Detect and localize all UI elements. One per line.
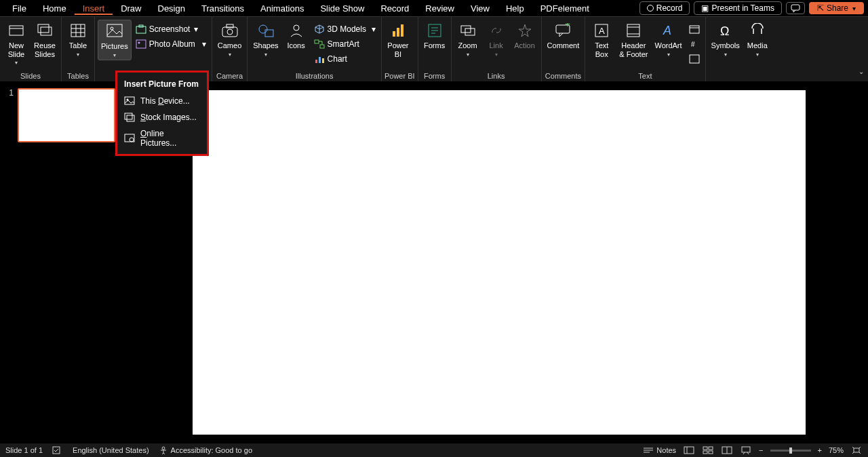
smartart-button[interactable]: SmartArt: [311, 37, 378, 51]
chevron-down-icon[interactable]: ▾: [202, 39, 206, 49]
3d-models-button[interactable]: 3D Models ▾: [311, 22, 378, 36]
online-pictures-label: Online Pictures...: [140, 129, 200, 148]
chevron-down-icon[interactable]: ▾: [194, 24, 198, 34]
wordart-button[interactable]: A WordArt ▾: [652, 20, 684, 59]
symbols-button[interactable]: Ω Symbols ▾: [709, 20, 743, 59]
chevron-down-icon[interactable]: ▾: [113, 52, 116, 58]
svg-rect-29: [401, 24, 403, 37]
svg-rect-52: [127, 115, 134, 121]
symbols-label: Symbols: [711, 41, 740, 50]
menu-review[interactable]: Review: [417, 2, 462, 15]
zoom-level[interactable]: 75%: [829, 446, 844, 454]
group-comments-label: Comments: [545, 71, 583, 81]
thumbnail-pane[interactable]: 1: [0, 81, 130, 443]
comments-toggle[interactable]: [786, 2, 805, 14]
svg-rect-26: [322, 58, 324, 63]
menu-slideshow[interactable]: Slide Show: [312, 2, 372, 15]
menu-file[interactable]: File: [4, 2, 35, 15]
object-icon: [689, 54, 700, 64]
normal-view-button[interactable]: [683, 445, 695, 455]
chevron-down-icon[interactable]: ▾: [264, 52, 267, 58]
zoom-in-button[interactable]: +: [818, 446, 822, 454]
comment-button[interactable]: + Comment: [545, 20, 583, 52]
chart-label: Chart: [328, 54, 347, 64]
sorter-view-button[interactable]: [702, 445, 714, 455]
chevron-down-icon[interactable]: ▾: [15, 60, 18, 66]
zoom-slider-thumb[interactable]: [789, 448, 792, 454]
group-powerbi: Power BI Power BI: [382, 17, 418, 81]
menu-record[interactable]: Record: [372, 2, 417, 15]
date-time-button[interactable]: [686, 22, 703, 36]
header-footer-button[interactable]: Header & Footer: [616, 20, 650, 60]
record-button[interactable]: Record: [639, 1, 690, 15]
powerbi-button[interactable]: Power BI: [384, 20, 412, 60]
slide-thumbnail-1[interactable]: [18, 88, 115, 142]
this-device-label: This Device...: [140, 96, 190, 106]
shapes-icon: [256, 21, 275, 40]
textbox-button[interactable]: A Text Box: [588, 20, 615, 60]
online-pictures-item[interactable]: Online Pictures...: [117, 125, 207, 151]
pictures-button[interactable]: Pictures ▾: [98, 20, 132, 60]
chart-button[interactable]: Chart: [311, 52, 378, 66]
menu-help[interactable]: Help: [498, 2, 532, 15]
notes-button[interactable]: Notes: [643, 446, 676, 454]
slide-canvas[interactable]: [193, 90, 806, 435]
screenshot-button[interactable]: Screenshot ▾: [133, 22, 209, 36]
chevron-down-icon[interactable]: ▾: [229, 52, 231, 58]
group-comments: + Comment Comments: [542, 17, 586, 81]
svg-rect-16: [222, 27, 237, 37]
share-button[interactable]: ⇱ Share ▾: [809, 2, 864, 14]
chevron-down-icon[interactable]: ▾: [372, 24, 376, 34]
media-button[interactable]: Media ▾: [744, 20, 771, 59]
menu-home[interactable]: Home: [35, 2, 75, 15]
menu-pdfelement[interactable]: PDFelement: [532, 2, 597, 15]
thumbnail-row[interactable]: 1: [5, 88, 125, 142]
menu-transitions[interactable]: Transitions: [193, 2, 252, 15]
ribbon-collapse-button[interactable]: ⌄: [859, 68, 864, 75]
menu-view[interactable]: View: [462, 2, 498, 15]
screenshot-icon: [136, 24, 146, 35]
icons-button[interactable]: Icons: [283, 20, 310, 52]
this-device-item[interactable]: This Device...: [117, 93, 207, 109]
fit-window-button[interactable]: [850, 445, 863, 455]
spellcheck-icon[interactable]: [52, 446, 63, 454]
slide-counter[interactable]: Slide 1 of 1: [5, 446, 43, 454]
svg-point-17: [227, 29, 233, 35]
forms-button[interactable]: Forms: [421, 20, 448, 52]
zoom-out-button[interactable]: −: [759, 446, 763, 454]
menu-animations[interactable]: Animations: [252, 2, 312, 15]
chevron-down-icon[interactable]: ▾: [756, 52, 759, 58]
slide-number-button[interactable]: #: [686, 37, 703, 51]
zoom-button[interactable]: Zoom ▾: [454, 20, 481, 59]
chevron-down-icon[interactable]: ▾: [77, 52, 79, 58]
menu-insert[interactable]: Insert: [75, 2, 113, 15]
svg-rect-71: [854, 448, 859, 452]
language-status[interactable]: English (United States): [73, 446, 149, 454]
forms-icon: [425, 21, 444, 40]
textbox-icon: A: [592, 21, 611, 40]
svg-text:A: A: [663, 24, 671, 37]
table-button[interactable]: Table ▾: [64, 20, 92, 59]
new-slide-button[interactable]: New Slide ▾: [3, 20, 30, 67]
accessibility-status[interactable]: Accessibility: Good to go: [159, 446, 252, 454]
chevron-down-icon[interactable]: ▾: [467, 52, 469, 58]
zoom-slider[interactable]: [770, 450, 811, 452]
chevron-down-icon[interactable]: ▾: [724, 52, 727, 58]
header-footer-icon: [624, 21, 643, 40]
menu-draw[interactable]: Draw: [113, 2, 149, 15]
shapes-button[interactable]: Shapes ▾: [250, 20, 281, 59]
menu-design[interactable]: Design: [150, 2, 193, 15]
svg-rect-24: [315, 60, 317, 63]
reading-view-button[interactable]: [721, 445, 733, 455]
svg-rect-68: [742, 447, 750, 452]
reuse-slides-button[interactable]: Reuse Slides: [31, 20, 58, 60]
present-teams-button[interactable]: ▣ Present in Teams: [694, 1, 782, 15]
group-tables-label: Tables: [64, 71, 92, 81]
svg-rect-14: [136, 40, 146, 48]
chevron-down-icon[interactable]: ▾: [667, 52, 670, 58]
object-button[interactable]: [686, 52, 703, 66]
photo-album-button[interactable]: Photo Album ▾: [133, 37, 209, 51]
slideshow-view-button[interactable]: [740, 445, 752, 455]
stock-images-item[interactable]: Stock Images...: [117, 109, 207, 125]
cameo-button[interactable]: Cameo ▾: [215, 20, 244, 59]
